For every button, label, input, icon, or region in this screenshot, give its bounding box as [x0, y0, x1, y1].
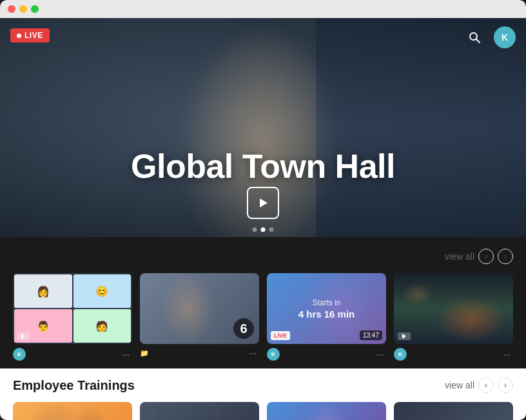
team-offsite-title: Team Offsite: [410, 350, 457, 359]
training-thumb-4: [394, 402, 513, 420]
product-training-title: Product Training: [152, 348, 213, 358]
employee-training-cards: 6: [13, 402, 513, 420]
video-card-team-offsite[interactable]: K Team Offsite ···: [394, 273, 513, 362]
recent-videos-header: Recent videos view all ‹ ›: [13, 249, 513, 264]
zoom-person-2: 😊: [73, 274, 132, 308]
product-training-more[interactable]: ···: [246, 348, 259, 358]
zoom-meeting-meta-left: K Zoom Meeting: [13, 348, 83, 361]
training-card-3[interactable]: [267, 402, 386, 420]
zoom-meeting-meta: K Zoom Meeting ···: [13, 344, 132, 362]
training-1-overlay: [13, 402, 132, 420]
offsite-play-badge: [398, 332, 411, 340]
video-card-product-training[interactable]: 6 📁 Product Training ···: [140, 273, 259, 362]
retail-announcement-title: Retail Announcement: [283, 350, 363, 359]
zoom-person-1: 👩: [14, 274, 72, 308]
hero-pagination: [253, 227, 274, 232]
zoom-meeting-thumb: 👩 😊 👨 🧑: [13, 273, 132, 344]
svg-marker-2: [260, 198, 268, 207]
training-card-4[interactable]: [394, 402, 513, 420]
hero-section: LIVE K Global Town Hall: [0, 18, 526, 237]
product-training-meta: 📁 Product Training ···: [140, 344, 259, 359]
starts-in-label: Starts in: [312, 298, 340, 307]
live-badge: LIVE: [10, 28, 50, 43]
retail-announcement-thumb: Starts in 4 hrs 16 min LIVE 13:47: [267, 273, 386, 344]
zoom-play-badge: [17, 332, 30, 340]
training-card-1[interactable]: [13, 402, 132, 420]
play-icon: [257, 197, 269, 209]
training-thumb-1: [13, 402, 132, 420]
product-training-thumb: 6: [140, 273, 259, 344]
search-icon: [468, 31, 481, 44]
window-titlebar: [0, 0, 526, 18]
training-thumb-3: [267, 402, 386, 420]
product-number-badge: 6: [233, 318, 254, 339]
video-card-retail-announcement[interactable]: Starts in 4 hrs 16 min LIVE 13:47 K Reta…: [267, 273, 386, 362]
offsite-avatar: K: [394, 348, 407, 361]
zoom-meeting-more[interactable]: ···: [119, 349, 132, 359]
training-thumb-2: 6: [140, 402, 259, 420]
live-dot: [17, 33, 21, 38]
retail-announcement-more[interactable]: ···: [373, 349, 386, 359]
recent-videos-prev[interactable]: ‹: [478, 249, 494, 264]
recent-videos-view-all[interactable]: view all: [445, 251, 474, 262]
search-button[interactable]: [463, 26, 486, 49]
svg-marker-3: [21, 334, 25, 339]
training-card-2[interactable]: 6: [140, 402, 259, 420]
live-label: LIVE: [24, 31, 43, 40]
employee-trainings-section: Employee Trainings view all ‹ › 6: [0, 368, 526, 420]
maximize-window-button[interactable]: [31, 5, 39, 13]
employee-trainings-header: Employee Trainings view all ‹ ›: [13, 377, 513, 393]
retail-meta-left: K Retail Announcement: [267, 348, 363, 361]
zoom-meeting-avatar: K: [13, 348, 26, 361]
hero-title: Global Town Hall: [0, 147, 526, 186]
video-card-zoom-meeting[interactable]: 👩 😊 👨 🧑 K Zoom Meeting ···: [13, 273, 132, 362]
minimize-window-button[interactable]: [19, 5, 27, 13]
employee-trainings-title: Employee Trainings: [13, 378, 135, 393]
starts-in-time: 4 hrs 16 min: [298, 309, 355, 320]
recent-videos-section: Recent videos view all ‹ › 👩 😊 👨 🧑: [0, 237, 526, 368]
zoom-person-4: 🧑: [73, 309, 132, 343]
folder-icon: 📁: [140, 349, 149, 358]
offsite-thumb-detail: [394, 273, 513, 344]
hero-dot-3[interactable]: [269, 227, 274, 232]
retail-avatar: K: [267, 348, 280, 361]
training-3-overlay: [267, 402, 386, 420]
product-training-meta-left: 📁 Product Training: [140, 348, 213, 358]
zoom-meeting-title: Zoom Meeting: [29, 350, 83, 359]
recent-videos-next[interactable]: ›: [498, 249, 513, 264]
employee-trainings-next[interactable]: ›: [498, 377, 513, 393]
employee-trainings-prev[interactable]: ‹: [478, 377, 494, 393]
offsite-meta-left: K Team Offsite: [394, 348, 457, 361]
recent-videos-nav: view all ‹ ›: [445, 249, 513, 264]
hero-actions: K: [463, 26, 516, 49]
retail-announcement-meta: K Retail Announcement ···: [267, 344, 386, 362]
retail-duration-badge: 13:47: [360, 330, 382, 340]
team-offsite-more[interactable]: ···: [500, 349, 513, 359]
recent-videos-cards: 👩 😊 👨 🧑 K Zoom Meeting ···: [13, 273, 513, 362]
recent-videos-title: Recent videos: [13, 249, 101, 264]
play-button[interactable]: [247, 187, 279, 219]
hero-dot-2[interactable]: [261, 227, 266, 232]
svg-marker-4: [402, 334, 406, 339]
retail-live-badge: LIVE: [271, 331, 290, 340]
user-avatar[interactable]: K: [494, 26, 516, 48]
svg-line-1: [476, 39, 480, 43]
employee-trainings-nav: view all ‹ ›: [445, 377, 513, 393]
hero-dot-1[interactable]: [253, 227, 257, 232]
employee-trainings-view-all[interactable]: view all: [445, 380, 474, 390]
team-offsite-thumb: [394, 273, 513, 344]
team-offsite-meta: K Team Offsite ···: [394, 344, 513, 362]
close-window-button[interactable]: [8, 5, 15, 13]
training-2-grid: [140, 402, 259, 420]
